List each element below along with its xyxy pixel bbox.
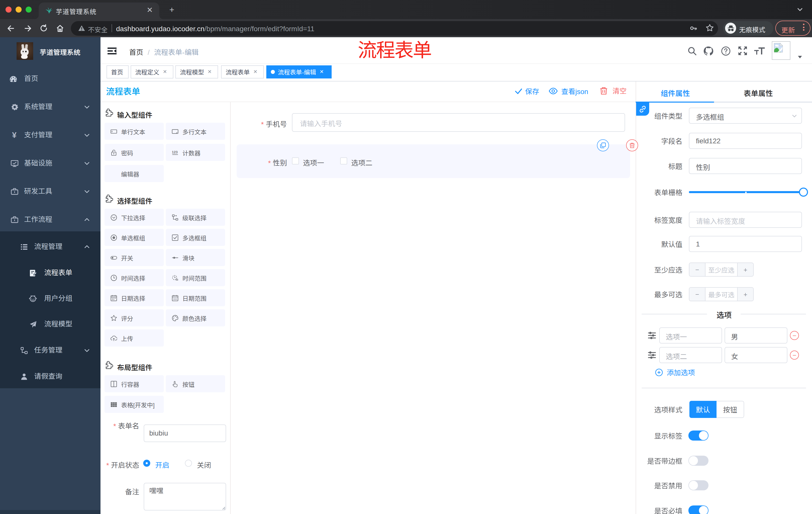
svg-text:123: 123 xyxy=(172,150,178,154)
